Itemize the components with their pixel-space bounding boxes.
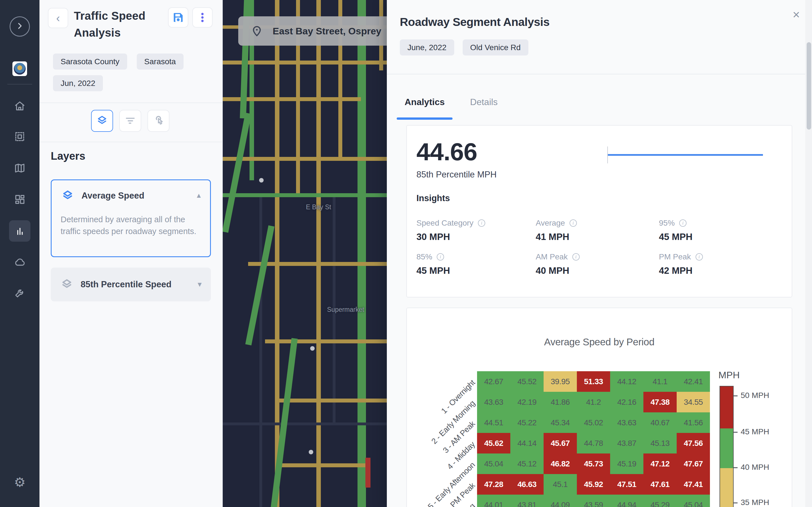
kebab-menu-button[interactable] <box>192 7 213 27</box>
map-search-bar[interactable]: East Bay Street, Osprey <box>238 16 387 46</box>
tab-analytics[interactable]: Analytics <box>405 97 445 120</box>
app-root: ⚙ ‹ Traffic Speed Analysis Sarasota Coun… <box>0 0 812 507</box>
filter-tag: Sarasota <box>137 54 184 69</box>
heatmap-cell: 45.67 <box>544 433 577 453</box>
map-road <box>265 339 387 343</box>
info-icon[interactable]: i <box>696 253 703 261</box>
icon-sidebar: ⚙ <box>0 0 40 507</box>
map-road <box>259 197 262 507</box>
heatmap-cell: 41.56 <box>677 412 710 433</box>
expand-caret-icon[interactable]: ▼ <box>196 281 203 288</box>
legend-tick-mark <box>733 432 738 433</box>
sidebar-item-analytics[interactable] <box>9 220 31 242</box>
page-scrollbar-track <box>805 0 812 507</box>
map-poi-marker <box>310 346 315 351</box>
heatmap-cell: 42.41 <box>677 371 710 392</box>
heatmap-cell: 46.82 <box>544 453 577 474</box>
insight-label-text: PM Peak <box>659 252 691 262</box>
panel-tabs: AnalyticsDetails <box>405 97 498 120</box>
select-tool-button[interactable] <box>147 110 169 132</box>
chart-title: Average Speed by Period <box>407 336 792 348</box>
map-road <box>223 157 387 161</box>
collapse-caret-icon[interactable]: ▲ <box>195 191 202 200</box>
map-road-arterial <box>223 113 252 233</box>
back-button[interactable]: ‹ <box>48 8 68 28</box>
legend-title: MPH <box>718 370 740 381</box>
sparkline <box>608 154 763 156</box>
legend-segment <box>720 386 733 429</box>
frame-select-icon <box>14 131 26 143</box>
insight-label-text: Speed Category <box>416 219 473 228</box>
filter-tool-button[interactable] <box>119 110 141 132</box>
heatmap-cell: 34.55 <box>677 392 710 412</box>
map-road <box>279 463 366 467</box>
heatmap-cell: 47.51 <box>610 474 644 495</box>
info-icon[interactable]: i <box>437 253 444 261</box>
sidebar-item-home[interactable] <box>9 95 31 117</box>
kebab-menu-icon <box>197 11 208 23</box>
close-icon: × <box>793 8 800 22</box>
info-icon[interactable]: i <box>679 219 687 227</box>
tab-details[interactable]: Details <box>470 97 498 120</box>
map-road-congested-segment <box>365 458 370 488</box>
page-scrollbar-thumb[interactable] <box>807 42 811 129</box>
legend-segment <box>720 429 733 468</box>
sidebar-item-frame-select[interactable] <box>9 126 31 147</box>
map-road <box>223 422 387 425</box>
home-icon <box>14 100 26 112</box>
sidebar-item-settings[interactable]: ⚙ <box>9 471 31 493</box>
heatmap-cell: 45.52 <box>510 371 544 392</box>
heatmap-card: Average Speed by Period 42.6745.5239.955… <box>406 307 792 507</box>
save-button[interactable] <box>168 7 188 27</box>
wrench-icon <box>14 287 26 299</box>
layer-card-85th-percentile[interactable]: 85th Percentile Speed ▼ <box>51 268 211 301</box>
heatmap-cell: 43.87 <box>610 433 644 453</box>
insight-label-text: AM Peak <box>536 252 568 262</box>
stat-card: 44.66 85th Percentile MPH Insights Speed… <box>406 125 792 297</box>
map-canvas[interactable]: E Bay StSupermarket East Bay Street, Osp… <box>223 0 387 507</box>
sidebar-item-dashboard[interactable] <box>9 189 31 210</box>
heatmap-cell: 45.12 <box>510 453 544 474</box>
legend-color-bar <box>719 386 733 507</box>
segment-tag: Old Venice Rd <box>463 40 528 55</box>
heatmap-cell: 45.92 <box>577 474 610 495</box>
heatmap-cell: 45.22 <box>510 412 544 433</box>
insight-value: 45 MPH <box>416 265 529 276</box>
insight-label: Averagei <box>536 219 649 228</box>
close-panel-button[interactable]: × <box>788 6 805 23</box>
heatmap-cell: 43.59 <box>577 495 610 507</box>
sidebar-expand-button[interactable] <box>10 16 30 37</box>
segment-tag: June, 2022 <box>400 40 454 55</box>
heatmap-cell: 42.67 <box>477 371 510 392</box>
layer-label: Average Speed <box>82 191 144 201</box>
info-icon[interactable]: i <box>478 219 485 227</box>
info-icon[interactable]: i <box>572 253 580 261</box>
sidebar-item-map[interactable] <box>9 158 31 179</box>
info-icon[interactable]: i <box>569 219 577 227</box>
heatmap-cell: 44.14 <box>510 433 544 453</box>
layers-tool-button[interactable] <box>91 110 113 132</box>
layers-heading: Layers <box>51 150 86 162</box>
segment-tags: June, 2022Old Venice Rd <box>400 40 528 55</box>
heatmap-cell: 47.28 <box>477 474 510 495</box>
map-road <box>248 262 387 266</box>
app-logo[interactable] <box>12 61 27 76</box>
heatmap-grid: 42.6745.5239.9551.3344.1241.142.4143.634… <box>477 371 710 507</box>
map-poi-marker <box>259 178 264 182</box>
heatmap-cell: 45.04 <box>477 453 510 474</box>
sidebar-divider <box>7 84 32 84</box>
heatmap-cell: 44.01 <box>477 495 510 507</box>
page-title: Traffic Speed Analysis <box>74 7 167 41</box>
insights-heading: Insights <box>416 193 450 203</box>
insight-item: Averagei41 MPH <box>536 219 649 242</box>
panel-title: Roadway Segment Analysis <box>400 15 550 29</box>
map-poi-marker <box>309 450 313 454</box>
heatmap-cell: 46.63 <box>510 474 544 495</box>
insight-item: 85%i45 MPH <box>416 252 529 276</box>
layer-card-average-speed[interactable]: Average Speed ▲ Determined by averaging … <box>51 179 211 257</box>
sidebar-item-cloud[interactable] <box>9 251 31 273</box>
legend-segment <box>720 468 733 507</box>
heatmap-cell: 47.41 <box>677 474 710 495</box>
heatmap-cell: 45.02 <box>577 412 610 433</box>
sidebar-item-tools[interactable] <box>9 282 31 304</box>
